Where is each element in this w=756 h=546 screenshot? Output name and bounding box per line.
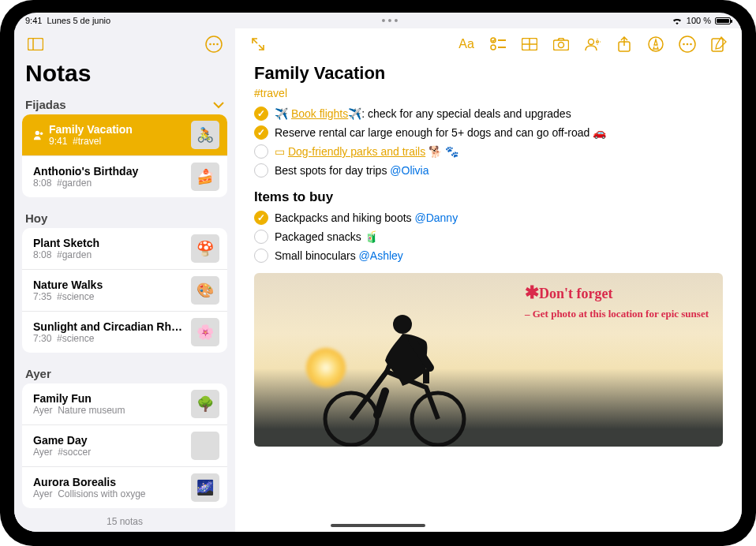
home-indicator[interactable] [331,524,425,527]
checklist-item[interactable]: ▭ Dog-friendly parks and trails 🐕 🐾 [254,142,723,161]
note-list-item[interactable]: Family Vacation 9:41 #travel 🚴 [22,114,227,156]
sidebar-footer: 15 notas [14,510,235,532]
ipad-frame: 9:41 Lunes 5 de junio ••• 100 % [0,0,756,546]
more-icon[interactable] [672,32,702,56]
note-list-item[interactable]: Family Fun Ayer Nature museum 🌳 [22,383,227,425]
more-options-icon[interactable] [202,32,226,56]
svg-point-4 [213,43,215,46]
collaborate-icon[interactable] [578,32,608,56]
camera-icon[interactable] [546,32,576,56]
note-item-title: Aurora Borealis [33,476,186,488]
compose-icon[interactable] [704,32,734,56]
note-item-meta: 8:08 #garden [33,249,186,260]
sidebar-toggle-icon[interactable] [24,32,47,56]
check-circle[interactable] [254,211,268,225]
svg-point-23 [687,43,689,46]
check-circle[interactable] [254,144,268,159]
check-circle[interactable] [254,107,268,121]
note-item-meta: Ayer Collisions with oxyge [33,488,186,499]
check-circle[interactable] [254,249,268,263]
status-battery-pct: 100 % [687,16,711,25]
mention[interactable]: @Ashley [359,249,403,262]
annotation-sub: – Get photo at this location for epic su… [525,308,709,320]
calendar-icon: ▭ [275,145,285,158]
section-header-label: Fijadas [25,98,66,111]
note-list-item[interactable]: Plant Sketch 8:08 #garden 🍄 [22,228,227,270]
checklist-item[interactable]: Backpacks and hiking boots @Danny [254,208,723,227]
status-time: 9:41 [25,16,42,25]
note-thumbnail: 🎨 [191,276,219,305]
note-item-meta: 7:35 #science [33,291,186,302]
wifi-icon [672,17,683,25]
note-list-group: Family Vacation 9:41 #travel 🚴 Anthonio'… [22,114,227,197]
note-attachment-image[interactable]: ✱Don't forget – Get photo at this locati… [254,273,723,447]
note-list-item[interactable]: Game Day Ayer #soccer [22,425,227,467]
checklist-item[interactable]: Packaged snacks 🧃 [254,227,723,246]
note-item-title: Family Vacation [49,123,186,136]
chevron-down-icon[interactable] [213,101,224,109]
check-circle[interactable] [254,163,268,178]
checklist-text: Packaged snacks 🧃 [275,230,378,243]
text-format-icon[interactable]: Aa [451,32,481,56]
note-title: Family Vacation [254,63,723,84]
note-thumbnail: 🍰 [191,163,219,191]
note-hashtag[interactable]: #travel [254,87,723,99]
note-editor[interactable]: Family Vacation #travel ✈️ Book flights✈… [235,60,742,532]
section-header: Ayer [14,362,235,383]
svg-point-22 [683,43,685,46]
expand-icon[interactable] [243,32,273,56]
checklist-item[interactable]: Best spots for day trips @Olivia [254,161,723,180]
cyclist-silhouette [308,297,481,447]
svg-rect-25 [712,39,723,51]
note-list-item[interactable]: Nature Walks 7:35 #science 🎨 [22,270,227,312]
multitask-dots[interactable]: ••• [110,14,672,27]
note-list-item[interactable]: Aurora Borealis Ayer Collisions with oxy… [22,467,227,508]
handwriting-annotation: ✱Don't forget – Get photo at this locati… [525,282,709,320]
svg-point-10 [491,45,496,50]
mention[interactable]: @Danny [414,211,458,224]
note-item-meta: 7:30 #science [33,333,186,344]
note-item-title: Anthonio's Birthday [33,165,186,178]
svg-point-16 [559,43,564,48]
sidebar: Notas Fijadas Family Vacation 9:41 #trav… [14,28,235,532]
note-subhead: Items to buy [254,189,723,205]
svg-rect-0 [28,39,43,50]
note-item-meta: 8:08 #garden [33,178,186,189]
note-item-title: Nature Walks [33,279,186,291]
svg-point-3 [209,43,211,46]
checklist-text: Small binoculars @Ashley [275,249,403,262]
shared-icon [33,129,44,140]
note-link[interactable]: Dog-friendly parks and trails [288,145,425,158]
battery-icon [715,17,731,24]
checklist-item[interactable]: Small binoculars @Ashley [254,246,723,265]
annotation-headline: Don't forget [539,286,612,301]
note-thumbnail: 🌸 [191,318,219,346]
svg-point-17 [589,39,594,45]
note-list-item[interactable]: Anthonio's Birthday 8:08 #garden 🍰 [22,156,227,197]
checklist-icon[interactable] [483,32,513,56]
markup-icon[interactable] [641,32,671,56]
note-thumbnail: 🌌 [191,473,219,502]
svg-point-28 [393,315,412,334]
check-circle[interactable] [254,125,268,140]
note-list-item[interactable]: Sunlight and Circadian Rhy… 7:30 #scienc… [22,312,227,353]
note-item-title: Family Fun [33,392,186,405]
checklist-item[interactable]: Reserve rental car large enough for 5+ d… [254,123,723,142]
note-thumbnail: 🚴 [191,121,219,149]
note-list-group: Family Fun Ayer Nature museum 🌳 Game Day… [22,383,227,508]
note-item-title: Sunlight and Circadian Rhy… [33,320,186,333]
mention[interactable]: @Olivia [390,164,429,177]
table-icon[interactable] [515,32,545,56]
checklist-item[interactable]: ✈️ Book flights✈️: check for any special… [254,104,723,123]
note-link[interactable]: Book flights [291,107,348,120]
sidebar-title: Notas [14,60,235,93]
note-thumbnail: 🌳 [191,390,219,418]
section-header[interactable]: Fijadas [14,93,235,114]
section-header-label: Hoy [25,211,47,225]
share-icon[interactable] [609,32,639,56]
screen: 9:41 Lunes 5 de junio ••• 100 % [14,13,742,532]
checklist-text: ▭ Dog-friendly parks and trails 🐕 🐾 [275,145,458,158]
checklist-text: ✈️ Book flights✈️: check for any special… [275,107,571,120]
status-bar: 9:41 Lunes 5 de junio ••• 100 % [14,13,742,28]
check-circle[interactable] [254,230,268,244]
